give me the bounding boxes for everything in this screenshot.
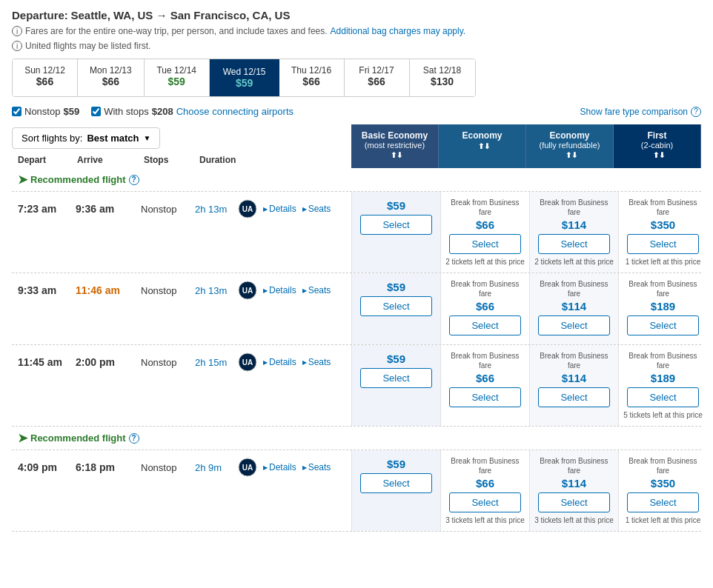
tickets-left: 3 tickets left at this price xyxy=(534,515,614,525)
with-stops-checkbox[interactable] xyxy=(91,107,101,116)
fare-price: $59 xyxy=(356,199,436,212)
details-label: Details xyxy=(269,285,296,295)
date-tab-6[interactable]: Sat 12/18 $130 xyxy=(410,59,475,96)
select-button[interactable]: Select xyxy=(360,473,431,493)
select-button[interactable]: Select xyxy=(627,234,698,254)
fare-cells-3: $59SelectBreak from Business fare$66Sele… xyxy=(351,450,701,531)
flight-row-3: 4:09 pm 6:18 pm Nonstop 2h 9m UA ▶ Detai… xyxy=(12,450,701,532)
select-button[interactable]: Select xyxy=(627,492,698,512)
svg-text:UA: UA xyxy=(242,358,253,367)
date-tab-1[interactable]: Mon 12/13 $66 xyxy=(78,59,145,96)
select-button[interactable]: Select xyxy=(627,387,698,407)
details-link[interactable]: ▶ Details xyxy=(263,462,296,472)
page-container: Departure: Seattle, WA, US → San Francis… xyxy=(0,0,713,541)
sort-button[interactable]: Sort flights by: Best match ▼ xyxy=(12,127,160,149)
fare-col-header-2[interactable]: Economy (fully refundable) ⬆⬇ xyxy=(526,124,614,168)
date-tab-5[interactable]: Fri 12/17 $66 xyxy=(345,59,410,96)
fare-col-header-3[interactable]: First (2-cabin) ⬆⬇ xyxy=(614,124,701,168)
details-link[interactable]: ▶ Details xyxy=(263,285,296,295)
fare-cell-1-1: Break from Business fare$66Select xyxy=(440,273,529,344)
seats-link[interactable]: ▶ Seats xyxy=(302,462,331,472)
select-button[interactable]: Select xyxy=(627,315,698,335)
select-button[interactable]: Select xyxy=(538,315,609,335)
fare-price: $114 xyxy=(534,372,614,384)
recommended-help-icon[interactable]: ? xyxy=(129,433,139,444)
seats-link[interactable]: ▶ Seats xyxy=(302,357,331,367)
sort-section: Sort flights by: Best match ▼ DepartArri… xyxy=(12,124,351,168)
triangle-icon-2: ▶ xyxy=(302,206,307,213)
recommended-help-icon[interactable]: ? xyxy=(129,175,139,185)
select-button[interactable]: Select xyxy=(538,234,609,254)
date-label: Wed 12/15 xyxy=(223,67,266,77)
airline-logo: UA xyxy=(238,199,257,218)
fare-price: $59 xyxy=(356,353,436,365)
fare-price: $350 xyxy=(623,218,703,231)
sort-arrow-icon: ⬆⬇ xyxy=(478,142,490,150)
select-button[interactable]: Select xyxy=(449,492,520,512)
date-tab-4[interactable]: Thu 12/16 $66 xyxy=(279,59,345,96)
with-stops-label: With stops xyxy=(104,106,149,117)
fare-col-header-0[interactable]: Basic Economy (most restrictive) ⬆⬇ xyxy=(351,124,439,168)
fare-comparison-text: Show fare type comparison xyxy=(580,107,688,117)
fare-price: $66 xyxy=(445,477,525,490)
flight-row-2: 11:45 am 2:00 pm Nonstop 2h 15m UA ▶ Det… xyxy=(12,345,701,427)
details-link[interactable]: ▶ Details xyxy=(263,357,296,367)
select-button[interactable]: Select xyxy=(449,234,520,254)
break-label: Break from Business fare xyxy=(623,279,703,298)
date-tab-3[interactable]: Wed 12/15 $59 xyxy=(210,59,279,96)
time-block: 7:23 am 9:36 am Nonstop 2h 13m UA ▶ Deta… xyxy=(18,199,345,218)
col-header-duration: Duration xyxy=(199,155,259,165)
seats-link[interactable]: ▶ Seats xyxy=(302,204,331,214)
airline-logo: UA xyxy=(238,458,257,477)
select-button[interactable]: Select xyxy=(360,368,431,388)
break-label: Break from Business fare xyxy=(534,456,614,475)
fare-cells-0: $59SelectBreak from Business fare$66Sele… xyxy=(351,192,701,273)
united-note-text: United flights may be listed first. xyxy=(25,41,150,51)
route: Seattle, WA, US → San Francisco, CA, US xyxy=(70,9,290,21)
svg-text:UA: UA xyxy=(242,287,253,295)
seats-link[interactable]: ▶ Seats xyxy=(302,285,331,295)
fare-col-name: First xyxy=(617,130,697,141)
fare-cell-3-0: $59Select xyxy=(351,450,440,531)
sort-label: Sort flights by: xyxy=(21,133,82,144)
details-label: Details xyxy=(269,357,296,367)
fare-comparison-link[interactable]: Show fare type comparison ? xyxy=(580,107,701,117)
select-button[interactable]: Select xyxy=(449,315,520,335)
depart-time: 7:23 am xyxy=(18,203,70,215)
date-tab-0[interactable]: Sun 12/12 $66 xyxy=(13,59,78,96)
date-tab-2[interactable]: Tue 12/14 $59 xyxy=(145,59,210,96)
nonstop-checkbox[interactable] xyxy=(12,107,21,116)
fare-cell-3-3: Break from Business fare$350Select1 tick… xyxy=(618,450,707,531)
tickets-left: 2 tickets left at this price xyxy=(445,257,525,267)
bag-charges-link[interactable]: Additional bag charges may apply. xyxy=(331,26,466,36)
choose-airports-link[interactable]: Choose connecting airports xyxy=(176,106,294,117)
select-button[interactable]: Select xyxy=(538,492,609,512)
svg-text:UA: UA xyxy=(242,464,253,472)
flight-row-0: 7:23 am 9:36 am Nonstop 2h 13m UA ▶ Deta… xyxy=(12,192,701,273)
triangle-icon-2: ▶ xyxy=(302,287,307,294)
with-stops-filter: With stops $208 Choose connecting airpor… xyxy=(91,106,294,117)
select-button[interactable]: Select xyxy=(538,387,609,407)
stops: Nonstop xyxy=(141,204,189,215)
break-label: Break from Business fare xyxy=(445,351,525,370)
united-logo-icon: UA xyxy=(238,353,257,372)
flight-row-1: 9:33 am 11:46 am Nonstop 2h 13m UA ▶ Det… xyxy=(12,273,701,345)
fare-cells-2: $59SelectBreak from Business fare$66Sele… xyxy=(351,345,701,426)
fare-cell-2-3: Break from Business fare$189Select5 tick… xyxy=(618,345,707,426)
left-col-headers: DepartArriveStopsDuration xyxy=(12,152,351,168)
select-button[interactable]: Select xyxy=(360,296,431,316)
with-stops-price: $208 xyxy=(152,106,173,117)
triangle-icon: ▶ xyxy=(263,206,268,213)
tickets-left: 3 tickets left at this price xyxy=(445,515,525,525)
break-label: Break from Business fare xyxy=(623,198,703,217)
filter-left: Nonstop $59 With stops $208 Choose conne… xyxy=(12,106,294,117)
seats-label: Seats xyxy=(308,285,331,295)
select-button[interactable]: Select xyxy=(449,387,520,407)
flights-table: Sort flights by: Best match ▼ DepartArri… xyxy=(12,124,701,532)
fare-col-header-1[interactable]: Economy ⬆⬇ xyxy=(439,124,526,168)
nonstop-filter: Nonstop $59 xyxy=(12,106,79,117)
select-button[interactable]: Select xyxy=(360,215,431,235)
details-link[interactable]: ▶ Details xyxy=(263,204,296,214)
fare-cell-1-2: Break from Business fare$114Select xyxy=(529,273,618,344)
break-label: Break from Business fare xyxy=(445,456,525,475)
